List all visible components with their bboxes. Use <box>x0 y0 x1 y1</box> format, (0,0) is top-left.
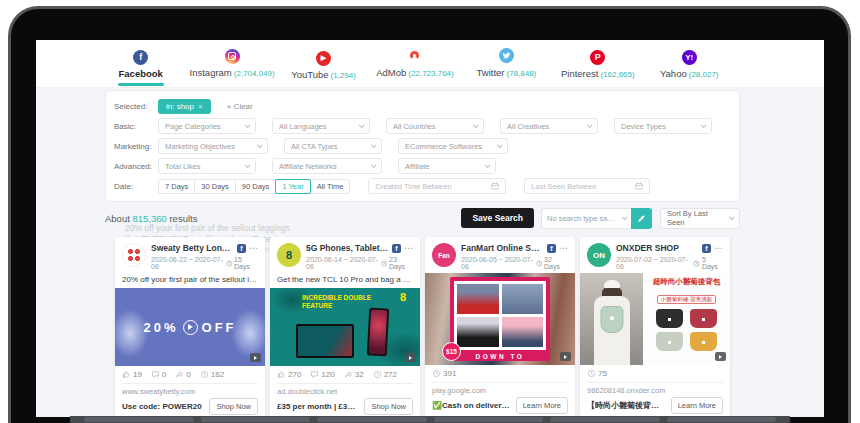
chevron-down-icon <box>245 162 251 168</box>
down-to-text: DOWN TO <box>450 353 550 360</box>
save-search-button[interactable]: Save Search <box>461 208 534 228</box>
ad-domain-link[interactable]: ad.doubleclick.net <box>270 384 420 397</box>
comment-icon <box>310 370 319 379</box>
youtube-icon: ▶ <box>316 51 331 66</box>
ad-headline: 【時尚小雛菊後背包】小雛菊刺... <box>587 400 666 411</box>
sort-dropdown[interactable]: Sort By Last Seen <box>660 208 740 229</box>
chevron-down-icon <box>245 122 251 128</box>
shop-now-button[interactable]: Shop Now <box>209 398 258 415</box>
date-range: 2020-06-14 ~ 2020-07-06 <box>306 256 381 270</box>
clock-icon <box>587 369 596 378</box>
tv-graphic <box>296 324 354 358</box>
advertiser-avatar: 8 <box>277 243 301 267</box>
discount-text: 20% <box>143 320 178 335</box>
ad-card[interactable]: ON ONXDER SHOP f ⋯ 2020-07-02 ~ 2020-07-… <box>580 237 730 417</box>
tab-label: Twitter <box>477 67 505 78</box>
tab-label: Instagram <box>190 67 232 78</box>
advertiser-name[interactable]: 5G Phones, Tablets & SIMs | ... <box>306 243 389 253</box>
last-seen-between-input[interactable]: Last Seen Between <box>524 178 650 194</box>
product-photo <box>656 309 683 328</box>
more-icon[interactable]: ⋯ <box>559 245 568 251</box>
ad-creative-image[interactable]: $15 DOWN TO <box>425 273 575 365</box>
shares-count: 32 <box>355 370 364 379</box>
creatives-dropdown[interactable]: All Creatives <box>500 118 598 134</box>
facebook-icon: f <box>237 244 246 253</box>
tab-twitter[interactable]: Twitter(78,848) <box>461 40 552 88</box>
comments-count: 0 <box>162 370 166 379</box>
tab-label: Pinterest <box>561 68 599 79</box>
more-icon[interactable]: ⋯ <box>714 245 723 251</box>
tab-label: Yahoo <box>660 68 687 79</box>
advertiser-name[interactable]: FanMart Online Shopping - F... <box>461 243 544 253</box>
tab-yahoo[interactable]: Y! Yahoo(28,027) <box>644 40 735 88</box>
facebook-icon: f <box>702 244 711 253</box>
date-90-days-button[interactable]: 90 Days <box>235 179 277 194</box>
facebook-icon: f <box>547 244 556 253</box>
discount-text: OFF <box>202 320 237 335</box>
edit-saved-search-button[interactable] <box>631 208 652 229</box>
ad-creative-image[interactable]: 超時尚小雛菊後背包 小雛菊刺繡·甜美清新 <box>580 273 730 365</box>
advertiser-name[interactable]: ONXDER SHOP <box>616 243 699 253</box>
more-icon[interactable]: ⋯ <box>249 245 258 251</box>
stats-row: 270 120 32 272 <box>270 366 420 382</box>
cta-types-dropdown[interactable]: All CTA Types <box>284 138 382 154</box>
chip-close-icon[interactable]: × <box>198 102 203 111</box>
advertiser-avatar: Fan <box>432 243 456 267</box>
ad-card[interactable]: Fan FanMart Online Shopping - F... f ⋯ 2… <box>425 237 575 417</box>
card-header: Fan FanMart Online Shopping - F... f ⋯ 2… <box>425 237 575 273</box>
shop-now-button[interactable]: Shop Now <box>364 398 413 415</box>
ad-creative-image[interactable]: 20% OFF <box>115 288 265 366</box>
tab-admob[interactable]: AdMob(22,723,764) <box>369 40 460 88</box>
more-icon[interactable]: ⋯ <box>404 245 413 251</box>
languages-dropdown[interactable]: All Languages <box>272 118 370 134</box>
date-1-year-button[interactable]: 1 Year <box>275 179 310 194</box>
clock-icon <box>200 370 209 379</box>
tab-instagram[interactable]: Instagram(2,704,049) <box>186 40 277 88</box>
date-30-days-button[interactable]: 30 Days <box>194 179 236 194</box>
tab-youtube[interactable]: ▶ YouTube(1,294) <box>278 40 369 88</box>
ad-domain-link[interactable]: play.google.com <box>425 383 575 396</box>
app-screen: f Facebook Instagram(2,704,049) ▶ YouTub… <box>36 40 824 417</box>
ad-creative-image[interactable]: INCREDIBLE DOUBLEFEATURE 8 <box>270 288 420 366</box>
laptop-key <box>317 417 427 422</box>
marketing-objectives-dropdown[interactable]: Marketing Objectives <box>158 138 268 154</box>
advertiser-name[interactable]: Sweaty Betty London | Wom... <box>151 243 234 253</box>
chevron-down-icon <box>371 162 377 168</box>
ecommerce-softwares-dropdown[interactable]: ECommerce Softwares <box>398 138 508 154</box>
laptop-key <box>201 417 311 422</box>
results-bar: About 815,360 results Save Search No sea… <box>105 206 740 230</box>
page-categories-dropdown[interactable]: Page Categories <box>158 118 256 134</box>
tab-label: YouTube <box>291 69 328 80</box>
selected-filter-chip[interactable]: in: shop × <box>158 99 211 114</box>
days-running: 32 Days <box>544 256 568 270</box>
tab-pinterest[interactable]: P Pinterest(162,665) <box>552 40 643 88</box>
thumbs-up-icon <box>277 370 286 379</box>
calendar-icon <box>491 182 499 190</box>
product-photo <box>656 332 683 351</box>
total-likes-dropdown[interactable]: Total Likes <box>158 158 256 174</box>
laptop-key <box>667 417 777 422</box>
product-photo <box>502 284 544 314</box>
play-icon[interactable] <box>183 320 198 335</box>
ad-domain-link[interactable]: 986208148.onxder.com <box>580 383 730 396</box>
learn-more-button[interactable]: Learn More <box>671 397 723 414</box>
countries-dropdown[interactable]: All Countries <box>386 118 484 134</box>
affiliate-networks-dropdown[interactable]: Affiliate Networks <box>272 158 382 174</box>
learn-more-button[interactable]: Learn More <box>516 397 568 414</box>
marketing-label: Marketing: <box>114 142 158 151</box>
clear-filters-button[interactable]: × Clear <box>227 102 253 111</box>
device-types-dropdown[interactable]: Device Types <box>614 118 712 134</box>
video-icon <box>560 352 571 361</box>
product-photo <box>457 284 499 314</box>
saved-search-dropdown[interactable]: No search type saved ... <box>541 208 631 229</box>
tab-facebook[interactable]: f Facebook <box>95 40 186 88</box>
ad-card[interactable]: 8 5G Phones, Tablets & SIMs | ... f ⋯ 20… <box>270 237 420 417</box>
selected-label: Selected: <box>114 102 158 111</box>
clock-icon <box>693 260 700 267</box>
affiliate-dropdown[interactable]: Affiliate <box>398 158 496 174</box>
created-time-between-input[interactable]: Created Time Between <box>368 178 506 194</box>
ad-domain-link[interactable]: www.sweatybetty.com <box>115 384 265 397</box>
date-7-days-button[interactable]: 7 Days <box>158 179 195 194</box>
ad-card[interactable]: Sweaty Betty London | Wom... f ⋯ 2020-06… <box>115 237 265 417</box>
date-all-time-button[interactable]: All Time <box>310 179 351 194</box>
